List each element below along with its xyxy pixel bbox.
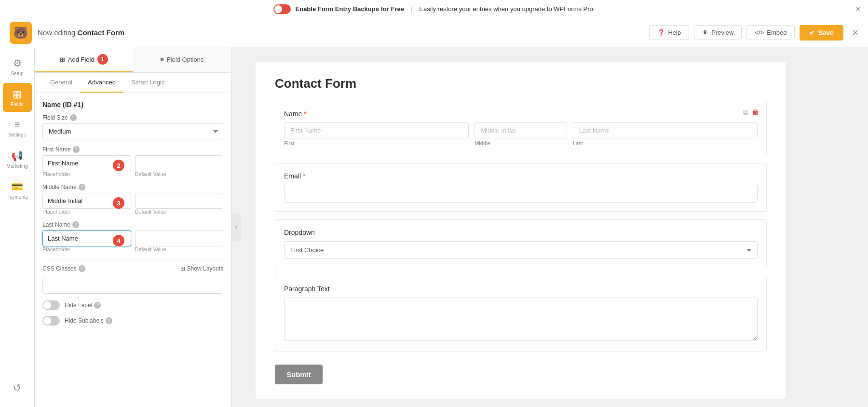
last-name-placeholder-sublabel: Placeholder [42, 246, 131, 252]
paragraph-label: Paragraph Text [284, 285, 758, 293]
middle-name-placeholder-sublabel: Placeholder [42, 209, 131, 215]
help-icon: ❓ [657, 29, 665, 36]
sidebar-item-undo[interactable]: ↺ [3, 373, 32, 402]
collapse-panel-button[interactable]: ‹ [231, 213, 241, 242]
paragraph-field-group[interactable]: Paragraph Text [275, 276, 767, 352]
last-name-preview-input[interactable] [573, 122, 758, 138]
last-name-help-icon[interactable]: ? [72, 221, 79, 228]
embed-button[interactable]: </> Embed [746, 25, 795, 40]
notification-bar: Enable Form Entry Backups for Free | Eas… [0, 0, 868, 18]
middle-name-default-input[interactable] [135, 193, 224, 209]
field-options-icon: ≡ [160, 56, 164, 63]
hide-sublabels-toggle[interactable] [42, 316, 60, 326]
setup-icon: ⚙ [13, 57, 22, 69]
paragraph-preview-textarea[interactable] [284, 298, 758, 341]
help-button[interactable]: ❓ Help [649, 25, 689, 40]
hide-label-toggle[interactable] [42, 300, 60, 310]
sidebar-item-settings[interactable]: ≡ Settings [3, 114, 32, 143]
sidebar-item-fields[interactable]: ▦ Fields [3, 83, 32, 112]
tab-field-options[interactable]: ≡ Field Options [133, 47, 231, 72]
sidebar-item-payments[interactable]: 💳 Payments [3, 176, 32, 204]
hide-sublabels-help-icon[interactable]: ? [106, 317, 112, 324]
backup-toggle[interactable] [273, 4, 291, 14]
middle-name-field: Middle [475, 122, 567, 146]
settings-icon: ≡ [14, 119, 20, 130]
preview-button[interactable]: 👁 Preview [694, 25, 742, 40]
first-name-help-icon[interactable]: ? [73, 146, 80, 153]
add-field-icon: ⊞ [60, 56, 65, 63]
field-size-group: Field Size ? Medium [42, 114, 223, 139]
tab-add-field[interactable]: ⊞ Add Field 1 [35, 47, 133, 72]
sidebar-item-marketing[interactable]: 📢 Marketing [3, 145, 32, 174]
delete-field-button[interactable]: 🗑 [752, 108, 760, 117]
close-editor-button[interactable]: × [852, 27, 858, 39]
middle-name-group: Middle Name ? Placeholder Default Value … [42, 184, 223, 215]
css-classes-group: CSS Classes ? ⊞ Show Layouts [42, 265, 223, 294]
name-field-actions: ⧉ 🗑 [743, 108, 760, 117]
form-title: Contact Form [275, 76, 767, 91]
name-required-star: * [304, 110, 306, 118]
css-classes-row: CSS Classes ? ⊞ Show Layouts [42, 265, 223, 272]
middle-name-help-icon[interactable]: ? [79, 184, 85, 190]
form-preview: Contact Form Name * ⧉ 🗑 First [241, 47, 868, 407]
notif-close-button[interactable]: × [856, 5, 860, 14]
dropdown-label: Dropdown [284, 229, 758, 236]
dropdown-preview-select[interactable]: First Choice Second Choice Third Choice [284, 241, 758, 259]
subtab-smart-logic[interactable]: Smart Logic [123, 73, 172, 93]
email-field-group[interactable]: Email * [275, 163, 767, 212]
name-field-group[interactable]: Name * ⧉ 🗑 First Middle [275, 101, 767, 155]
name-label: Name * [284, 110, 758, 118]
panel-content: Name (ID #1) Field Size ? Medium First N… [35, 93, 231, 407]
copy-field-button[interactable]: ⧉ [743, 108, 748, 117]
step-badge-3: 3 [113, 197, 124, 209]
first-name-default-input[interactable] [135, 155, 224, 171]
form-card: Contact Form Name * ⧉ 🗑 First [256, 62, 786, 399]
middle-name-preview-input[interactable] [475, 122, 567, 138]
save-button[interactable]: ✔ Save [800, 25, 843, 41]
step-badge-2: 2 [113, 160, 124, 171]
show-layouts-link[interactable]: ⊞ Show Layouts [180, 265, 223, 272]
field-size-label: Field Size ? [42, 114, 223, 121]
first-name-label: First Name ? [42, 146, 223, 153]
subtab-general[interactable]: General [42, 73, 80, 93]
section-title: Name (ID #1) [42, 101, 223, 109]
notif-main-text: Enable Form Entry Backups for Free [296, 5, 404, 13]
payments-icon: 💳 [11, 181, 23, 192]
middle-name-default-sublabel: Default Value [135, 209, 224, 215]
first-name-group: First Name ? Placeholder Default Value 2 [42, 146, 223, 177]
last-name-label: Last Name ? [42, 221, 223, 228]
field-size-select[interactable]: Medium [42, 123, 223, 139]
middle-sublabel: Middle [475, 140, 567, 146]
header-actions: ❓ Help 👁 Preview </> Embed ✔ Save × [649, 25, 858, 41]
add-field-badge: 1 [97, 54, 108, 65]
first-name-preview-input[interactable] [284, 122, 469, 138]
first-name-placeholder-sublabel: Placeholder [42, 171, 131, 177]
css-classes-help-icon[interactable]: ? [79, 265, 85, 272]
email-preview-input[interactable] [284, 185, 758, 203]
last-name-field: Last [573, 122, 758, 146]
hide-label-row: Hide Label ? [42, 300, 223, 310]
last-sublabel: Last [573, 140, 758, 146]
embed-icon: </> [755, 29, 764, 36]
sidebar: ⚙ Setup ▦ Fields ≡ Settings 📢 Marketing … [0, 47, 35, 407]
left-panel: ⊞ Add Field 1 ≡ Field Options General Ad… [35, 47, 231, 407]
layout-icon: ⊞ [180, 265, 185, 272]
last-name-default-input[interactable] [135, 231, 224, 246]
submit-button[interactable]: Submit [275, 365, 323, 384]
form-name: Contact Form [78, 28, 125, 37]
dropdown-field-group[interactable]: Dropdown First Choice Second Choice Thir… [275, 219, 767, 268]
last-name-inputs: Placeholder Default Value [42, 231, 223, 252]
field-size-help-icon[interactable]: ? [70, 114, 77, 121]
last-name-group: Last Name ? Placeholder Default Value 4 [42, 221, 223, 252]
hide-label-help-icon[interactable]: ? [94, 302, 101, 309]
fields-icon: ▦ [13, 88, 22, 100]
checkmark-icon: ✔ [809, 29, 815, 37]
first-name-default-wrap: Default Value [135, 155, 224, 177]
email-required-star: * [303, 172, 305, 180]
subtab-advanced[interactable]: Advanced [80, 73, 123, 93]
name-subfields: First Middle Last [284, 122, 758, 146]
hide-sublabels-row: Hide Sublabels ? [42, 316, 223, 326]
main-header: 🐻 Now editing Contact Form ❓ Help 👁 Prev… [0, 18, 868, 47]
css-classes-input[interactable] [42, 278, 223, 294]
sidebar-item-setup[interactable]: ⚙ Setup [3, 52, 32, 81]
